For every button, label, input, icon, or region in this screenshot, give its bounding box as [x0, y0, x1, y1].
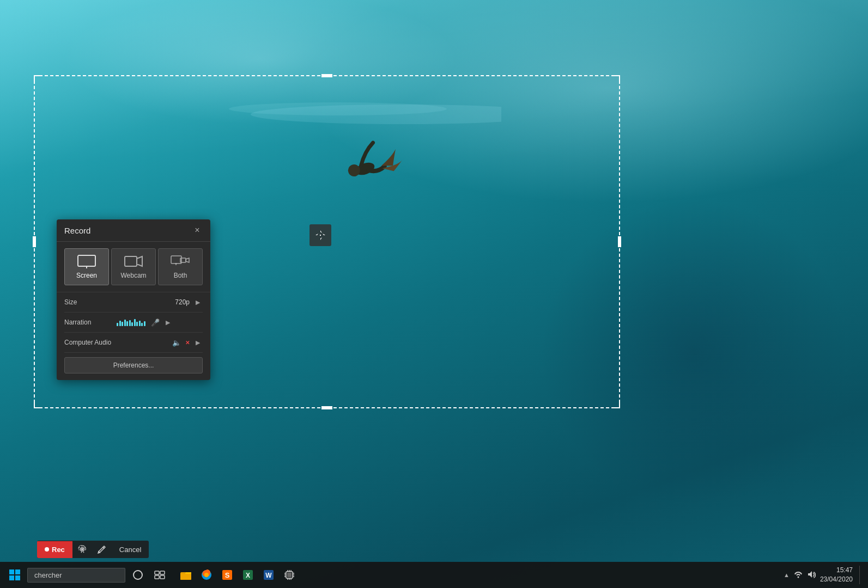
- svg-point-19: [81, 548, 83, 550]
- size-value: 720p: [175, 298, 190, 306]
- mode-screen-label: Screen: [76, 272, 97, 279]
- svg-point-53: [797, 576, 799, 578]
- settings-section: Size 720p ▶ Narration 🎤 ▶: [57, 292, 210, 353]
- svg-marker-4: [320, 230, 322, 234]
- svg-rect-26: [160, 571, 165, 574]
- rec-button[interactable]: Rec: [37, 541, 72, 558]
- mode-both-button[interactable]: Both: [158, 248, 203, 285]
- svg-rect-9: [78, 255, 95, 266]
- tray-expand-button[interactable]: ▲: [784, 572, 790, 578]
- narration-row: Narration 🎤 ▶: [64, 313, 203, 333]
- mode-webcam-label: Webcam: [120, 272, 146, 279]
- speaker-icon: 🔈: [172, 339, 181, 347]
- narration-level-bars: [117, 318, 145, 326]
- svg-rect-21: [15, 569, 20, 574]
- close-button[interactable]: ×: [192, 225, 203, 236]
- svg-rect-22: [9, 575, 14, 580]
- narration-expand-button[interactable]: ▶: [163, 317, 173, 327]
- mode-buttons-container: Screen Webcam Both: [57, 242, 210, 292]
- rec-dot: [45, 547, 49, 552]
- svg-point-24: [133, 571, 142, 579]
- system-tray: ▲ 15:47 23/04/2020: [784, 566, 863, 584]
- svg-rect-8: [320, 235, 321, 236]
- panel-title: Record: [64, 226, 90, 235]
- svg-rect-25: [155, 571, 159, 574]
- narration-label: Narration: [64, 318, 113, 326]
- audio-expand-button[interactable]: ▶: [193, 338, 203, 347]
- clock[interactable]: 15:47 23/04/2020: [820, 566, 853, 584]
- svg-marker-18: [186, 258, 189, 262]
- svg-marker-13: [137, 256, 142, 266]
- task-view-button[interactable]: [150, 566, 169, 584]
- mode-webcam-button[interactable]: Webcam: [111, 248, 156, 285]
- record-panel: Record × Screen Webcam: [57, 219, 210, 380]
- excel-button[interactable]: X: [239, 566, 257, 584]
- svg-text:W: W: [265, 572, 272, 579]
- show-desktop-button[interactable]: [859, 566, 863, 584]
- computer-audio-row: Computer Audio 🔈 ✕ ▶: [64, 333, 203, 353]
- cancel-button[interactable]: Cancel: [112, 541, 149, 558]
- svg-rect-23: [15, 575, 20, 580]
- size-expand-button[interactable]: ▶: [193, 297, 203, 307]
- settings-toolbar-button[interactable]: [72, 541, 92, 558]
- cortana-button[interactable]: [129, 566, 147, 584]
- svg-marker-6: [315, 234, 319, 235]
- svg-marker-5: [320, 236, 322, 240]
- firefox-button[interactable]: [197, 566, 216, 584]
- size-label: Size: [64, 298, 113, 306]
- clock-time: 15:47: [820, 566, 853, 575]
- taskbar-apps: S X W: [177, 566, 299, 584]
- start-button[interactable]: [5, 566, 24, 584]
- svg-point-1: [229, 102, 447, 115]
- move-cursor[interactable]: [309, 224, 331, 246]
- computer-audio-label: Computer Audio: [64, 339, 113, 346]
- svg-text:X: X: [246, 572, 250, 579]
- mode-both-label: Both: [174, 272, 187, 279]
- mic-icon: 🎤: [151, 318, 160, 327]
- size-row: Size 720p ▶: [64, 292, 203, 313]
- search-text: chercher: [34, 571, 62, 579]
- svg-point-32: [204, 573, 209, 577]
- volume-icon[interactable]: [807, 570, 816, 580]
- svg-rect-28: [160, 575, 165, 579]
- rec-toolbar: Rec Cancel: [37, 541, 149, 558]
- panel-header: Record ×: [57, 219, 210, 242]
- network-icon[interactable]: [794, 570, 803, 580]
- snipping-button[interactable]: S: [218, 566, 236, 584]
- svg-text:S: S: [225, 571, 230, 579]
- pen-toolbar-button[interactable]: [92, 541, 112, 558]
- svg-rect-12: [125, 256, 137, 266]
- rec-label: Rec: [52, 546, 65, 554]
- svg-rect-27: [155, 575, 159, 579]
- preferences-button[interactable]: Preferences...: [64, 357, 203, 373]
- search-box[interactable]: chercher: [27, 568, 125, 583]
- svg-rect-40: [287, 573, 292, 577]
- svg-marker-7: [321, 234, 325, 235]
- file-explorer-button[interactable]: [177, 566, 195, 584]
- svg-rect-30: [180, 574, 191, 580]
- svg-rect-20: [9, 569, 14, 574]
- diver-svg: [229, 98, 501, 250]
- taskbar: chercher: [0, 562, 868, 588]
- muted-indicator: ✕: [185, 340, 190, 346]
- svg-rect-14: [171, 256, 181, 264]
- word-button[interactable]: W: [259, 566, 278, 584]
- clock-date: 23/04/2020: [820, 575, 853, 584]
- mode-screen-button[interactable]: Screen: [64, 248, 109, 285]
- cpu-button[interactable]: [280, 566, 299, 584]
